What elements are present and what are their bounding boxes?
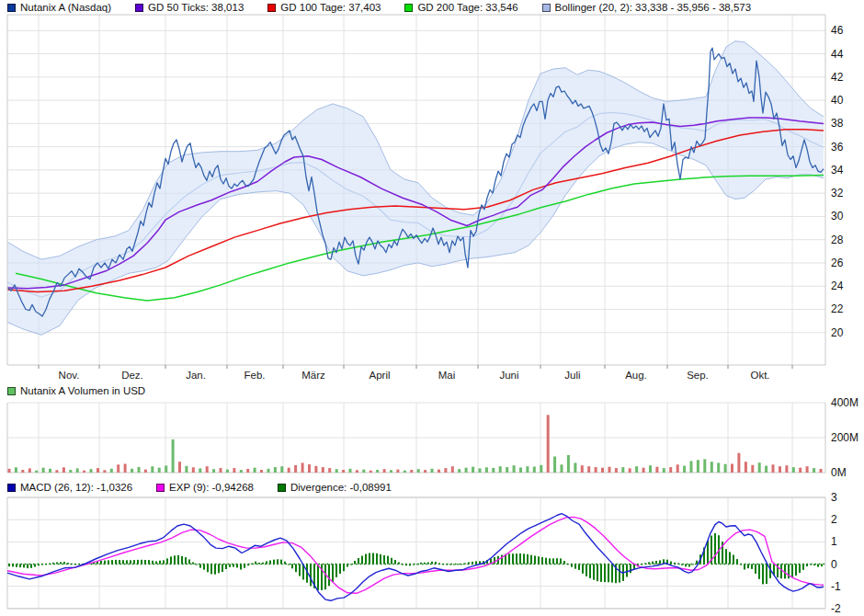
month-label: Feb. [234, 370, 275, 381]
month-label: Nov. [49, 370, 89, 381]
price-axis-tick: 38 [831, 117, 864, 130]
month-label: Sep. [677, 370, 718, 381]
volume-axis-tick: 400M [831, 396, 864, 409]
volume-legend-swatch-icon [7, 387, 16, 395]
month-label: April [359, 370, 400, 381]
month-label: Juli [552, 370, 593, 381]
volume-axis-tick: 200M [831, 431, 864, 444]
month-label: März [293, 370, 334, 381]
month-label: Juni [489, 370, 529, 381]
price-legend-item: Bollinger (20, 2): 33,338 - 35,956 - 38,… [542, 2, 752, 13]
macd-axis-tick: 2 [831, 513, 864, 526]
month-label: Dez. [112, 370, 153, 381]
volume-legend: Nutanix A Volumen in USD [7, 385, 145, 396]
price-axis-tick: 44 [831, 48, 864, 61]
price-axis-tick: 34 [831, 164, 864, 177]
macd-axis-tick: -2 [831, 602, 864, 615]
macd-axis-tick: 3 [831, 491, 864, 504]
price-legend-item: GD 200 Tage: 33,546 [404, 2, 517, 13]
macd-legend-swatch-icon [7, 484, 16, 492]
stock-chart-page: Nutanix A (Nasdaq)GD 50 Ticks: 38,013GD … [0, 0, 864, 616]
month-label: Jan. [176, 370, 216, 381]
macd-axis-tick: 1 [831, 535, 864, 548]
macd-legend-item: EXP (9): -0,94268 [156, 482, 254, 493]
month-label: Okt. [740, 370, 780, 381]
macd-legend-label: EXP (9): -0,94268 [169, 482, 254, 493]
price-axis-tick: 26 [831, 257, 864, 269]
macd-legend-label: Divergence: -0,08991 [290, 482, 392, 493]
price-axis-tick: 42 [831, 71, 864, 84]
price-legend-label: GD 200 Tage: 33,546 [417, 2, 517, 13]
price-legend-item: GD 100 Tage: 37,403 [267, 2, 381, 13]
macd-legend-item: MACD (26, 12): -1,0326 [7, 482, 132, 493]
macd-legend-label: MACD (26, 12): -1,0326 [20, 482, 132, 493]
price-legend-label: GD 50 Ticks: 38,013 [148, 2, 244, 13]
macd-axis-tick: -1 [831, 580, 864, 593]
price-legend-label: Nutanix A (Nasdaq) [20, 2, 111, 13]
price-axis-tick: 36 [831, 141, 864, 154]
price-legend-swatch-icon [404, 4, 413, 12]
price-legend-label: GD 100 Tage: 37,403 [280, 2, 381, 13]
price-axis-tick: 40 [831, 94, 864, 107]
volume-legend-label: Nutanix A Volumen in USD [20, 385, 145, 396]
chart-canvas[interactable] [0, 0, 864, 616]
price-chart-legend: Nutanix A (Nasdaq)GD 50 Ticks: 38,013GD … [7, 2, 751, 13]
price-axis-tick: 46 [831, 24, 864, 37]
price-legend-swatch-icon [542, 4, 551, 12]
price-legend-swatch-icon [267, 4, 276, 12]
volume-axis-tick: 0M [831, 466, 864, 479]
macd-legend-swatch-icon [156, 484, 165, 492]
price-legend-item: GD 50 Ticks: 38,013 [135, 2, 244, 13]
price-axis-tick: 20 [831, 326, 864, 339]
month-label: Mai [426, 370, 467, 381]
price-legend-label: Bollinger (20, 2): 33,338 - 35,956 - 38,… [555, 2, 752, 13]
price-axis-tick: 30 [831, 210, 864, 222]
price-axis-tick: 32 [831, 187, 864, 200]
macd-legend: MACD (26, 12): -1,0326EXP (9): -0,94268D… [7, 482, 392, 493]
macd-axis-tick: 0 [831, 558, 864, 571]
macd-legend-item: Divergence: -0,08991 [278, 482, 392, 493]
price-legend-swatch-icon [135, 4, 143, 12]
month-label: Aug. [616, 370, 656, 381]
macd-legend-swatch-icon [278, 484, 286, 492]
price-legend-swatch-icon [7, 4, 16, 12]
price-axis-tick: 22 [831, 302, 864, 315]
price-axis-tick: 28 [831, 234, 864, 246]
volume-legend-item: Nutanix A Volumen in USD [7, 385, 145, 396]
price-axis-tick: 24 [831, 279, 864, 292]
price-legend-item: Nutanix A (Nasdaq) [7, 2, 111, 13]
